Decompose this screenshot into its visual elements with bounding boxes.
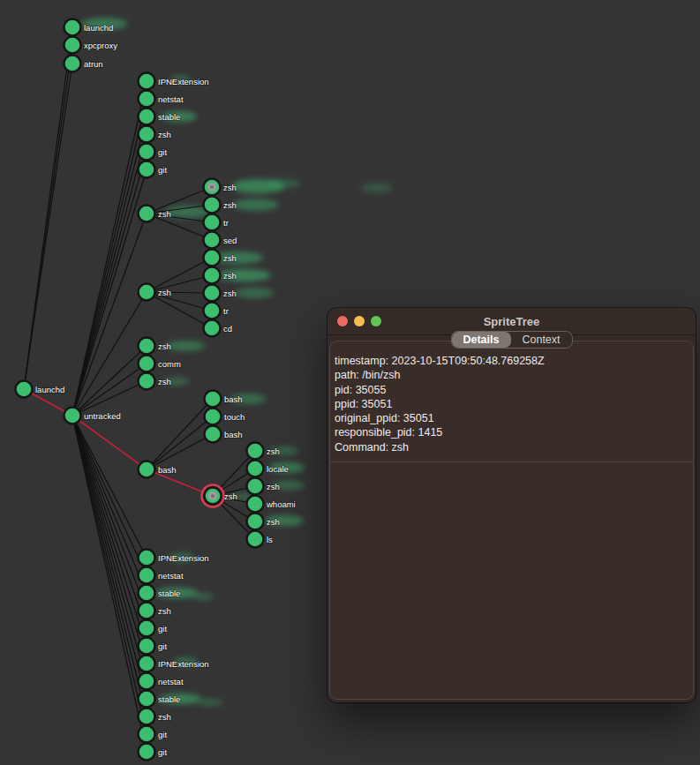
tree-node-stable[interactable]: stable [139,691,181,708]
node-circle [139,161,155,178]
node-circle [139,126,155,143]
detail-line: responsible_pid: 1415 [335,425,688,439]
tree-edge [72,99,147,416]
node-circle [247,443,264,460]
node-circle [139,144,155,161]
node-label: zsh [267,517,280,527]
node-circle [139,284,155,301]
tree-node-launchd[interactable]: launchd [16,381,65,398]
node-label: IPNExtension [158,659,209,669]
node-label: whoami [266,499,296,509]
tree-node-netstat[interactable]: netstat [139,673,184,690]
node-circle [139,726,155,743]
node-label: zsh [223,200,237,210]
tree-node-atrun[interactable]: atrun [64,56,103,72]
tree-edge [72,416,147,646]
tree-node-git[interactable]: git [139,620,168,637]
spritetree-window: SpriteTree timestamp: 2023-10-15T09:50:4… [327,308,696,702]
tree-node-stable[interactable]: stable [139,109,181,125]
tab-details[interactable]: Details [451,332,510,348]
tree-node-tr[interactable]: tr [204,214,229,231]
tree-node-cd[interactable]: cd [204,320,233,337]
node-label: IPNExtension [158,553,209,563]
node-label: launchd [35,385,64,394]
tree-node-zsh[interactable]: zsh [139,603,171,619]
tree-node-netstat[interactable]: netstat [139,567,184,584]
tree-node-sed[interactable]: sed [204,232,237,249]
node-label: zsh [158,606,171,616]
tree-node-git[interactable]: git [139,144,168,161]
node-label: zsh [267,482,280,491]
node-circle [139,338,155,355]
tree-node-netstat[interactable]: netstat [139,91,184,108]
zoom-button[interactable] [371,316,381,326]
node-label: launchd [84,23,113,33]
node-label: git [158,730,167,739]
tree-node-bash[interactable]: bash [205,391,243,408]
tree-node-ipnextension[interactable]: IPNExtension [139,656,209,672]
tree-node-zsh[interactable]: zsh [247,514,280,530]
tab-context[interactable]: Context [510,332,571,348]
tree-node-git[interactable]: git [139,638,168,655]
node-circle [16,381,33,398]
tree-node-zsh[interactable]: zsh [139,338,171,355]
tree-edge [72,416,147,558]
node-label: tr [223,306,229,316]
tree-node-ls[interactable]: ls [247,531,274,548]
tree-edge [147,399,213,469]
node-label: untracked [84,411,121,421]
node-label: zsh [158,288,171,297]
tree-node-untracked[interactable]: untracked [64,408,121,424]
tree-node-zsh[interactable]: zsh [139,206,171,222]
tree-node-zsh[interactable]: zsh [247,478,280,495]
node-label: zsh [223,183,237,192]
tree-node-zsh[interactable]: zsh [202,485,237,507]
tree-node-whoami[interactable]: whoami [247,496,296,513]
tree-node-zsh[interactable]: zsh [139,709,171,725]
tree-node-zsh[interactable]: zsh [204,267,237,284]
node-circle [204,320,221,337]
tree-node-ipnextension[interactable]: IPNExtension [139,73,209,90]
node-label: zsh [223,271,237,281]
tree-node-tr[interactable]: tr [204,303,229,319]
tree-node-comm[interactable]: comm [139,356,181,372]
tree-edge [72,81,147,416]
tree-node-touch[interactable]: touch [205,409,245,425]
tab-bar: DetailsContext [450,331,572,349]
node-circle [139,709,155,725]
tree-node-git[interactable]: git [139,161,168,178]
tree-node-git[interactable]: git [139,726,168,743]
node-label: atrun [84,59,103,69]
close-button[interactable] [337,316,348,326]
tree-node-zsh[interactable]: zsh [204,179,237,196]
tree-node-xpcproxy[interactable]: xpcproxy [64,37,118,54]
ghost-trail [235,288,274,298]
tree-node-stable[interactable]: stable [139,585,181,602]
tree-node-git[interactable]: git [139,744,168,761]
tree-node-zsh[interactable]: zsh [204,197,237,214]
ghost-trail [192,593,214,600]
node-circle [139,673,155,690]
tree-node-ipnextension[interactable]: IPNExtension [139,550,209,566]
node-label: git [158,165,167,175]
tree-edge [147,275,212,292]
node-circle [247,478,264,495]
tree-node-zsh[interactable]: zsh [139,126,171,143]
detail-line: timestamp: 2023-10-15T09:50:48.769258Z [335,354,688,368]
tree-node-zsh[interactable]: zsh [139,373,171,390]
node-label: git [158,147,167,157]
tree-edge [147,416,213,469]
node-circle [204,267,221,284]
tree-node-zsh[interactable]: zsh [204,285,237,302]
ghost-trail [233,199,279,211]
node-circle [139,744,155,761]
node-label: IPNExtension [158,77,209,86]
tree-node-zsh[interactable]: zsh [247,443,280,460]
tree-edge [147,292,212,311]
node-circle [204,232,221,249]
detail-line: pid: 35055 [335,383,688,397]
node-inner-dot [210,185,214,189]
minimize-button[interactable] [354,316,365,326]
tree-node-bash[interactable]: bash [205,426,243,443]
tree-edge [147,258,212,292]
